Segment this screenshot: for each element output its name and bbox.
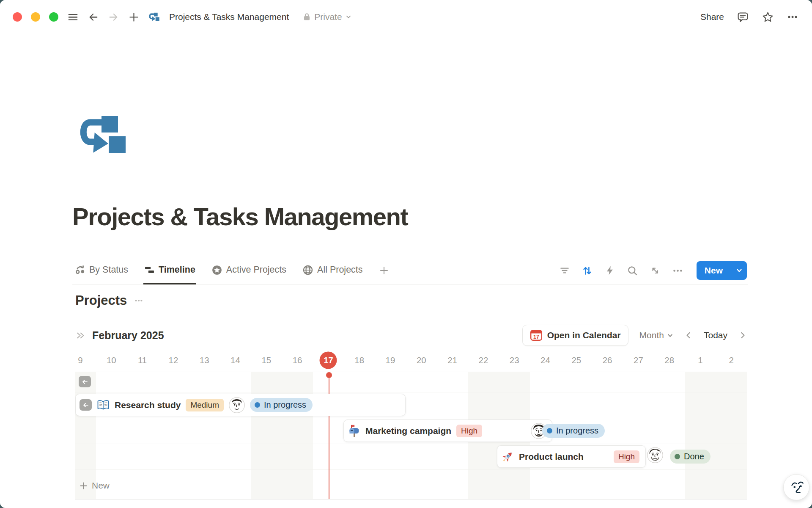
svg-text:17: 17: [533, 334, 539, 340]
date-label: 20: [417, 355, 426, 365]
tab-label: Active Projects: [226, 265, 286, 275]
today-marker-dot-icon: [326, 372, 332, 378]
mailbox-icon: [348, 425, 360, 437]
privacy-dropdown[interactable]: Private: [303, 12, 351, 22]
globe-icon: [302, 265, 313, 276]
timeline-scale-dropdown[interactable]: Month: [639, 330, 673, 340]
month-label: February 2025: [92, 329, 164, 342]
new-button[interactable]: New: [697, 261, 747, 280]
assignee-avatar[interactable]: [229, 397, 245, 413]
project-title: Product launch: [519, 452, 584, 462]
status-pill[interactable]: Done: [670, 450, 710, 464]
filter-icon[interactable]: [559, 265, 570, 276]
status-dot-icon: [255, 402, 260, 408]
plus-icon: [379, 265, 389, 276]
previous-period-icon[interactable]: [684, 331, 693, 340]
new-button-dropdown[interactable]: [731, 261, 747, 280]
open-in-calendar-button[interactable]: 17 Open in Calendar: [522, 325, 628, 346]
today-marker-line: [329, 372, 329, 499]
assignee-avatar[interactable]: [647, 447, 663, 463]
add-timeline-item-button[interactable]: New: [79, 480, 110, 491]
date-label: 15: [261, 355, 271, 365]
arrow-left-icon: [81, 378, 89, 386]
tab-timeline[interactable]: Timeline: [143, 257, 196, 284]
date-label: 10: [107, 355, 116, 365]
page-logo-icon[interactable]: [77, 115, 126, 157]
view-options-icon[interactable]: [672, 265, 683, 276]
tab-by-status[interactable]: By Status: [74, 257, 129, 284]
project-emoji-icon: [501, 450, 514, 463]
share-button[interactable]: Share: [700, 12, 724, 22]
new-button-label[interactable]: New: [697, 261, 731, 280]
chevron-down-icon: [667, 332, 673, 339]
more-options-icon[interactable]: [787, 11, 798, 23]
avatar-product-icon: [647, 447, 663, 463]
tab-all-projects[interactable]: All Projects: [302, 257, 364, 284]
priority-badge[interactable]: Medium: [186, 399, 224, 411]
status-pill[interactable]: In progress: [250, 398, 313, 412]
project-emoji-icon: [348, 425, 360, 437]
add-row-label: New: [92, 480, 110, 491]
status-label: In progress: [264, 400, 306, 410]
date-label: 24: [540, 355, 550, 365]
status-pill[interactable]: In progress: [542, 424, 605, 438]
scale-label: Month: [639, 330, 664, 340]
row-divider: [75, 418, 747, 418]
expand-view-icon[interactable]: [650, 265, 661, 276]
comments-icon[interactable]: [737, 11, 749, 23]
row-divider: [75, 469, 747, 470]
scroll-left-chip[interactable]: [80, 399, 92, 411]
status-cycle-icon: [75, 265, 85, 275]
favorite-star-icon[interactable]: [762, 11, 774, 23]
back-arrow-icon[interactable]: [88, 11, 99, 23]
priority-badge[interactable]: High: [614, 450, 639, 463]
date-label: 21: [447, 355, 457, 365]
today-button[interactable]: Today: [704, 330, 727, 340]
priority-badge[interactable]: High: [456, 425, 482, 437]
lock-icon: [303, 13, 311, 22]
section-options-icon[interactable]: [134, 296, 143, 305]
date-label: 23: [510, 355, 519, 365]
doodle-face-button[interactable]: [783, 474, 809, 500]
hamburger-menu-icon[interactable]: [67, 11, 79, 23]
weekend-shading: [282, 372, 313, 499]
next-period-icon[interactable]: [738, 331, 747, 340]
date-label: 16: [293, 355, 302, 365]
window-close-button[interactable]: [13, 12, 22, 22]
date-label: 27: [634, 355, 643, 365]
add-view-button[interactable]: [378, 257, 390, 284]
new-tab-plus-icon[interactable]: [128, 11, 140, 23]
calendar-icon: 17: [530, 329, 543, 342]
sort-icon[interactable]: [582, 265, 593, 276]
project-bar[interactable]: Research study Medium In progress: [75, 394, 406, 416]
window-zoom-button[interactable]: [49, 12, 58, 22]
open-book-icon: [97, 399, 110, 411]
project-bar[interactable]: Product launch High: [497, 445, 646, 468]
date-label: 1: [698, 355, 702, 365]
automations-lightning-icon[interactable]: [604, 265, 615, 276]
tab-active-projects[interactable]: Active Projects: [211, 257, 287, 284]
open-in-calendar-label: Open in Calendar: [547, 330, 621, 340]
chevron-down-icon: [346, 14, 351, 20]
tab-label: By Status: [89, 265, 128, 275]
status-dot-icon: [547, 428, 552, 433]
date-label: 12: [168, 355, 178, 365]
date-label: 18: [354, 355, 364, 365]
scroll-left-chip[interactable]: [79, 376, 91, 387]
date-label: 11: [138, 355, 147, 365]
privacy-label: Private: [314, 12, 342, 22]
search-icon[interactable]: [627, 265, 638, 276]
window-minimize-button[interactable]: [31, 12, 40, 22]
status-label: Done: [684, 452, 704, 461]
weekend-shading: [251, 372, 282, 499]
forward-arrow-icon[interactable]: [108, 11, 119, 23]
date-label: 22: [478, 355, 488, 365]
timeline-controls: February 2025 17 Open in Calendar Month …: [75, 324, 747, 346]
project-bar[interactable]: Marketing campaign High: [343, 420, 552, 442]
date-label: 13: [200, 355, 209, 365]
collapse-sidebar-icon[interactable]: [75, 330, 86, 341]
timeline-canvas: New Research study Medium In progressIn …: [75, 372, 747, 500]
arrow-left-icon: [82, 401, 90, 409]
status-dot-icon: [675, 454, 680, 459]
avatar-research-icon: [229, 397, 245, 413]
